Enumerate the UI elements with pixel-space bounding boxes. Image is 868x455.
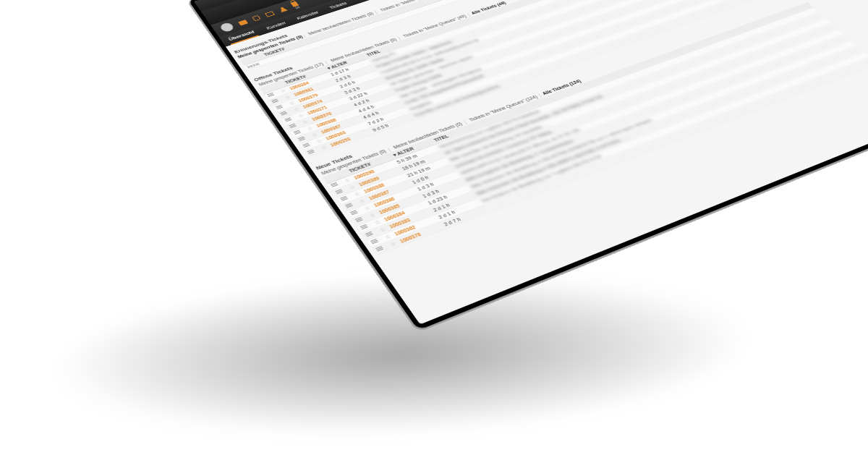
drag-handle-icon[interactable] xyxy=(355,217,364,223)
drag-handle-icon[interactable] xyxy=(345,203,354,209)
drag-handle-icon[interactable] xyxy=(276,105,284,110)
drag-handle-icon[interactable] xyxy=(289,124,297,129)
drag-handle-icon[interactable] xyxy=(365,231,374,237)
drag-handle-icon[interactable] xyxy=(360,224,369,230)
drag-handle-icon[interactable] xyxy=(302,143,310,148)
phone-icon[interactable] xyxy=(252,15,260,21)
drag-handle-icon[interactable] xyxy=(271,98,279,103)
folder-icon[interactable] xyxy=(238,20,248,25)
star-icon[interactable]: ☆ xyxy=(388,241,398,248)
drag-handle-icon[interactable] xyxy=(350,210,359,216)
drag-handle-icon[interactable] xyxy=(370,239,379,244)
star-icon[interactable]: ☆ xyxy=(320,145,328,151)
drag-handle-icon[interactable] xyxy=(331,182,339,188)
drag-handle-icon[interactable] xyxy=(267,93,275,98)
mail-icon[interactable] xyxy=(265,11,275,17)
lock-badge[interactable]: 16 xyxy=(290,1,300,9)
drag-handle-icon[interactable] xyxy=(340,196,349,202)
drag-handle-icon[interactable] xyxy=(298,137,306,142)
user-avatar-icon[interactable] xyxy=(219,22,235,33)
drag-handle-icon[interactable] xyxy=(335,189,343,195)
drag-handle-icon[interactable] xyxy=(307,149,315,154)
drag-handle-icon[interactable] xyxy=(375,246,384,252)
drag-handle-icon[interactable] xyxy=(284,117,292,122)
users-icon[interactable] xyxy=(278,7,288,13)
drag-handle-icon[interactable] xyxy=(294,130,302,135)
drag-handle-icon[interactable] xyxy=(280,111,288,116)
